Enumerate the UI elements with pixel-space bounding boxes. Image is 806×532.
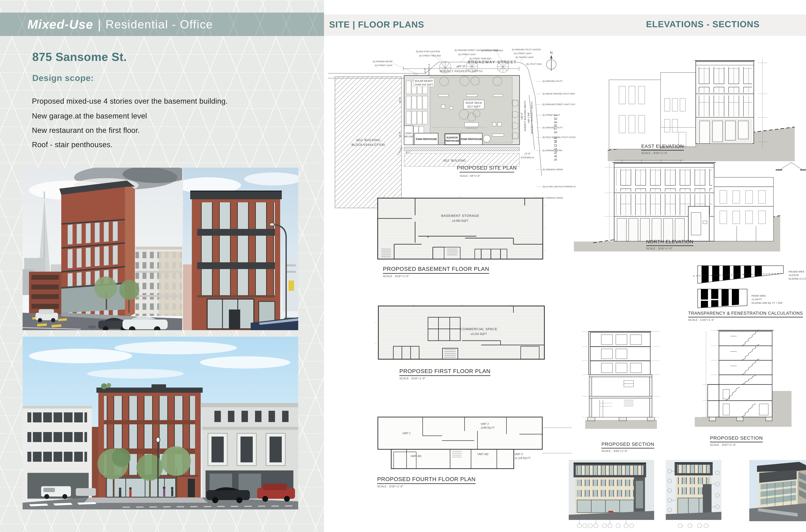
basement-floor-plan-drawing: BASEMENT STORAGE ±4,060 SQFT (375, 196, 546, 262)
first-floor-room-label: COMMERCIAL SPACE (460, 327, 497, 331)
dim-bldg-width-label: SUBJECT BUILDING WIDTH (524, 101, 526, 131)
section-right-scale: SCALE : 3/32"=1'-0" (710, 443, 763, 446)
fen-note-a1: FACADE AREA (789, 270, 804, 273)
main-building-corner (59, 180, 135, 330)
building (675, 462, 713, 514)
dim-depth-label: SUBJECT PROPERTY DEPTH (439, 70, 482, 73)
header-elevations-sections: ELEVATIONS - SECTIONS (646, 19, 760, 29)
adj-left-label-2: BLOCK:0164/LOT:030 (351, 143, 385, 146)
sidewalk-right-label: SIDEWALK (521, 156, 534, 159)
unit1-label: UNIT 1 (403, 432, 410, 435)
unit2-label: UNIT 2 (481, 422, 489, 425)
dim-property-depth: ±87'-0" SUBJECT PROPERTY DEPTH (403, 65, 519, 73)
project-title: 875 Sansome St. (32, 50, 127, 63)
row-houses (135, 247, 182, 316)
facade-diagram-north: FACADE AREA ±4,079 SF GLAZING ±2,172 SQ.… (693, 266, 806, 283)
first-floor-plan-drawing: COMMERCIAL SPACE ±3,242 SQFT (375, 303, 548, 363)
callout-street-light-3: (E) STREET LIGHT (375, 64, 392, 66)
scope-item-3: New restaurant on the first floor. (32, 126, 140, 135)
keynote-circles (577, 520, 634, 528)
first-plan-caption: PROPOSED FIRST FLOOR PLAN SCALE : 3/16"=… (399, 368, 491, 380)
left-panel: Mixed-Use | Residential - Office 875 San… (0, 0, 324, 532)
roof-detail (776, 163, 806, 170)
subject-north-elevation (613, 159, 716, 241)
category-separator: | (98, 17, 101, 32)
header-site-floor-plans: SITE | FLOOR PLANS (329, 19, 424, 30)
right-dimensions: ±46'-4" SUBJECT BUILDING WIDTH ±48'-2 5/… (520, 101, 534, 159)
adjacent-building-bottom: ADJ. BUILDING (404, 153, 520, 166)
sidewalk-top-dim: 12'-0" (424, 68, 426, 74)
roof-deck-text: ROOF DECK (466, 101, 482, 104)
stair-penthouse-label: STAIR PENTHOUSE (416, 138, 437, 140)
north-elevation-scale: SCALE : 3/16"=1'-0" (646, 247, 693, 250)
scope-item-2: New garage.at the basement level (32, 112, 147, 120)
penthouses: STAIR PENTHOUSE ELEVATOR PENTHOUSE STAIR… (414, 133, 491, 145)
photo-street-view-rendering (23, 337, 298, 509)
site-plan-title: PROPOSED SITE PLAN SCALE : 1/8"=1'-0" (457, 165, 517, 177)
callout-tree-box-3: (E) STREET TREE BOX (481, 50, 503, 52)
roof-below-label-2: BELOW (405, 135, 413, 138)
north-elevation-title: NORTH ELEVATION (646, 239, 693, 246)
fenestration-caption: TRANSPARENCY & FENESTRATION CALCULATIONS… (688, 311, 803, 322)
callout-r-ground-utility: (E) GROUND UTILITY (542, 80, 563, 82)
callout-r-bicycle-parking: (N) CLASS-2 BICYCLE PARKING SPACES (542, 186, 575, 188)
solar-ready-label: SOLAR READY ZONE 544 SQFT (414, 78, 434, 87)
elevator-penthouse-label-2: PENTHOUSE (445, 139, 459, 142)
callout-parking-meter: (E) PARKING METER (373, 60, 392, 63)
dim-prop-width-value: ±48'-2 5/8" (527, 112, 530, 123)
unit2-area: 1239 SQ FT (481, 426, 495, 429)
rendering-front-narrow (666, 460, 722, 531)
fourth-plan-scale: SCALE : 3/16"=1'-0" (377, 485, 476, 488)
subcategory-label: Residential - Office (105, 18, 213, 31)
broadway-street-label: BROADWAY STREET (468, 60, 517, 64)
fourth-plan-caption: PROPOSED FOURTH FLOOR PLAN SCALE : 3/16"… (377, 476, 476, 488)
callout-r-street-light: (E) STREET LIGHT (542, 114, 560, 116)
callout-tree-box-1: (E) STREET TREE BOX (419, 55, 441, 57)
presentation-board: Mixed-Use | Residential - Office 875 San… (0, 0, 806, 532)
dim-prop-width-label: SUBJECT PROPERTY WIDTH (531, 101, 533, 134)
basement-room-label: BASEMENT STORAGE (441, 214, 479, 217)
dim-bldg-width-value: ±46'-4" (520, 113, 523, 120)
callout-r-pole-ground: (E) POLE GROUND UTILITY ACCESS (542, 136, 575, 138)
fen-note-a3: GLAZING ±2,172 SQ. FT. = 53% (789, 278, 806, 280)
roof-below-label-1: ROOF (405, 132, 412, 135)
leader-lines (542, 428, 572, 453)
facade-diagram-east: FRONT AREA ±2,163 FT. GLAZING ±930 SQ. F… (698, 289, 783, 308)
stair-penthouse-2-label: STAIR PENTHOUSE (461, 138, 482, 140)
north-elevation-drawing (574, 153, 806, 251)
east-elevation-title: EAST ELEVATION (641, 144, 684, 151)
callout-ground-utility-access: (E) GROUND UTILITY ACCESS (512, 49, 541, 51)
first-plan-title: PROPOSED FIRST FLOOR PLAN (399, 368, 491, 376)
callout-street-light-1: (E) STREET LIGHT (458, 53, 476, 56)
left-callouts: (E) PARKING METER (E) STREET LIGHT (373, 60, 415, 73)
section-right-title: PROPOSED SECTION (710, 435, 763, 442)
site-plan-scale: SCALE : 1/8"=1'-0" (460, 174, 480, 177)
building (574, 462, 646, 514)
fenestration-scale: SCALE : 1/16"=1'-0" (688, 318, 803, 322)
section-left-caption: PROPOSED SECTION SCALE : 3/32"=1'-0" (601, 441, 654, 453)
design-scope-heading: Design scope: (32, 73, 94, 83)
main-facade (190, 191, 282, 330)
sidewalk-right-dim: 12'-0" (524, 152, 531, 155)
dim-depth-value: ±87'-0" (456, 65, 466, 68)
section-right-drawing (688, 322, 798, 435)
elevator-penthouse-label-1: ELEVATOR (446, 136, 458, 139)
north-elevation-caption: NORTH ELEVATION SCALE : 3/16"=1'-0" (646, 239, 693, 250)
left-neighbor-sliver (183, 264, 192, 330)
fen-note-a2: ±4,079 SF (789, 274, 799, 277)
callout-street-light-2: (E) STREET LIGHT (514, 52, 532, 55)
adj-bottom-label: ADJ. BUILDING (443, 159, 466, 162)
basement-plan-scale: SCALE : 3/16"=1'-0" (383, 275, 489, 278)
roof-deck-label: ROOF DECK 3217 SQFT (464, 100, 484, 109)
dim-16-0: 16'-0" (399, 132, 401, 137)
basement-plan-caption: PROPOSED BASEMENT FLOOR PLAN SCALE : 3/1… (383, 266, 489, 278)
section-right-caption: PROPOSED SECTION SCALE : 3/32"=1'-0" (710, 435, 763, 446)
adjacent-elevation-left (609, 73, 696, 149)
east-elevation-drawing (608, 52, 795, 161)
fourth-plan-title: PROPOSED FOURTH FLOOR PLAN (377, 476, 476, 484)
callout-r-parking-meter: (E) PARKING METER (542, 149, 562, 152)
rendering-perspective (749, 460, 806, 521)
unit3-label: UNIT 3 (515, 453, 523, 456)
fourth-floor-plan-drawing: UNIT 1 UNIT 2 1239 SQ FT UNIT 3 ±1,119 S… (374, 415, 574, 473)
basement-room-area: ±4,060 SQFT (452, 219, 468, 222)
